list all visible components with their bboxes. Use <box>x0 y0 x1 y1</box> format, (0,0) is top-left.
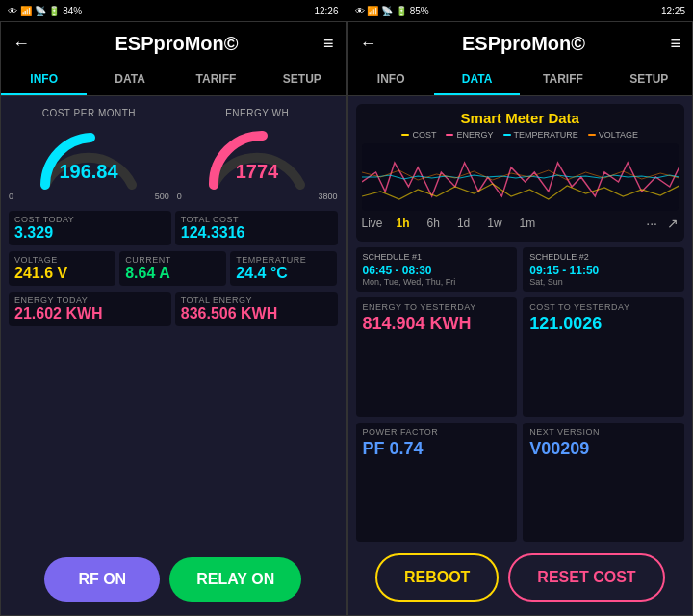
right-app-title: ESPproMon© <box>462 33 585 55</box>
voltage-cell: VOLTAGE 241.6 V <box>9 251 116 286</box>
gauge2-range: 0 3800 <box>177 192 338 201</box>
time-1d-button[interactable]: 1d <box>453 215 474 232</box>
tab-data-left[interactable]: DATA <box>87 64 172 95</box>
current-label: CURRENT <box>125 255 220 265</box>
current-value: 8.64 A <box>125 265 220 282</box>
battery-percent-right: 85% <box>410 6 429 16</box>
tab-tariff-right[interactable]: TARIFF <box>520 64 605 95</box>
legend-energy: ENERGY <box>446 130 493 140</box>
schedule2-days: Sat, Sun <box>529 277 678 287</box>
dual-status-bar: 👁 📶 📡 🔋 84% 12:26 👁 📶 📡 🔋 85% 12:25 <box>0 0 693 21</box>
status-icons-left: 👁 📶 📡 🔋 84% <box>8 6 82 16</box>
schedule1-title: SCHEDULE #1 <box>363 252 511 262</box>
total-energy-cell: TOTAL ENERGY 836.506 KWH <box>175 292 338 326</box>
energy-today-value: 21.602 KWH <box>14 305 166 322</box>
power-factor-cell: POWER FACTOR PF 0.74 <box>356 423 518 542</box>
svg-text:1774: 1774 <box>236 161 279 182</box>
cost-yesterday-cell: COST TO YESTERDAY 121.0026 <box>523 297 684 417</box>
gauge2-svg: 1774 <box>204 122 310 190</box>
reboot-button[interactable]: REBOOT <box>375 553 499 602</box>
eye-icon-r: 👁 <box>355 6 365 16</box>
time-1w-button[interactable]: 1w <box>483 215 505 232</box>
energy-yesterday-value: 814.904 KWH <box>363 314 511 334</box>
legend-voltage-label: VOLTAGE <box>599 130 638 140</box>
chart-section: Smart Meter Data COST ENERGY TEMPERATURE <box>356 104 685 242</box>
rf-on-button[interactable]: RF ON <box>44 557 160 602</box>
right-tabs: INFO DATA TARIFF SETUP <box>348 64 693 96</box>
total-energy-label: TOTAL ENERGY <box>181 295 332 305</box>
voltage-value: 241.6 V <box>14 265 110 282</box>
schedule1-time: 06:45 - 08:30 <box>363 264 511 277</box>
data-grid: ENERGY TO YESTERDAY 814.904 KWH COST TO … <box>356 297 685 542</box>
left-panel: ← ESPproMon© ≡ INFO DATA TARIFF SETUP CO… <box>0 21 346 616</box>
status-icons-right: 👁 📶 📡 🔋 85% <box>355 6 429 16</box>
wifi-icon: 📶 <box>20 6 32 16</box>
gauge-energy-wh: ENERGY WH 1774 0 3800 <box>177 108 338 201</box>
temperature-cell: TEMPERATURE 24.4 °C <box>230 251 337 286</box>
left-back-button[interactable]: ← <box>13 34 30 54</box>
more-options-button[interactable]: ··· <box>646 216 657 231</box>
time-6h-button[interactable]: 6h <box>424 215 444 232</box>
left-btn-row: RF ON RELAY ON <box>9 552 338 607</box>
energy-row: ENERGY TODAY 21.602 KWH TOTAL ENERGY 836… <box>9 292 338 326</box>
legend-cost: COST <box>401 130 436 140</box>
reset-cost-button[interactable]: RESET COST <box>508 553 664 602</box>
total-energy-value: 836.506 KWH <box>181 305 332 322</box>
cost-yesterday-value: 121.0026 <box>529 314 678 334</box>
cost-today-label: COST TODAY <box>14 215 166 224</box>
tab-data-right[interactable]: DATA <box>434 64 520 95</box>
status-bar-left: 👁 📶 📡 🔋 84% 12:26 <box>0 0 347 21</box>
gauge1-svg: 196.84 <box>36 122 141 190</box>
legend-temperature: TEMPERATURE <box>503 130 578 140</box>
total-cost-cell: TOTAL COST 124.3316 <box>175 211 338 245</box>
time-1m-button[interactable]: 1m <box>516 215 540 232</box>
right-app-header: ← ESPproMon© ≡ <box>348 22 693 64</box>
next-version-label: NEXT VERSION <box>529 427 678 437</box>
time-right: 12:25 <box>661 6 685 16</box>
chart-title: Smart Meter Data <box>362 110 680 126</box>
right-menu-button[interactable]: ≡ <box>670 34 680 54</box>
time-live-label: Live <box>362 217 383 230</box>
tab-info-right[interactable]: INFO <box>348 64 434 95</box>
status-bar-right: 👁 📶 📡 🔋 85% 12:25 <box>347 0 694 21</box>
energy-yesterday-label: ENERGY TO YESTERDAY <box>363 302 511 312</box>
left-menu-button[interactable]: ≡ <box>323 34 334 54</box>
tab-tariff-left[interactable]: TARIFF <box>173 64 259 95</box>
gauge2-max: 3800 <box>318 192 337 201</box>
gauge1-range: 0 500 <box>9 192 169 201</box>
eye-icon: 👁 <box>8 6 17 16</box>
current-cell: CURRENT 8.64 A <box>119 251 226 286</box>
left-panel-content: COST PER MONTH 196.84 0 500 ENE <box>1 96 346 615</box>
wifi-icon-r: 📶 <box>367 6 378 16</box>
cost-metrics: COST TODAY 3.329 TOTAL COST 124.3316 <box>9 211 338 245</box>
energy-today-label: ENERGY TODAY <box>14 295 166 305</box>
time-controls: Live 1h 6h 1d 1w 1m ··· ↗ <box>362 211 680 236</box>
export-button[interactable]: ↗ <box>667 216 679 231</box>
total-cost-value: 124.3316 <box>181 224 332 242</box>
gauge2-label: ENERGY WH <box>225 108 289 118</box>
tab-setup-left[interactable]: SETUP <box>259 64 345 95</box>
schedule1-days: Mon, Tue, Wed, Thu, Fri <box>363 277 511 287</box>
left-app-title: ESPproMon© <box>115 33 238 55</box>
gauges-row: COST PER MONTH 196.84 0 500 ENE <box>9 104 338 205</box>
time-1h-button[interactable]: 1h <box>393 215 414 232</box>
battery-icon: 🔋 <box>48 6 60 16</box>
right-btn-row: REBOOT RESET COST <box>356 548 685 607</box>
tab-info-left[interactable]: INFO <box>1 64 87 95</box>
svg-text:196.84: 196.84 <box>60 161 119 182</box>
temperature-label: TEMPERATURE <box>236 255 331 265</box>
cost-today-cell: COST TODAY 3.329 <box>9 211 171 245</box>
legend-energy-label: ENERGY <box>456 130 493 140</box>
right-back-button[interactable]: ← <box>360 34 377 54</box>
energy-today-cell: ENERGY TODAY 21.602 KWH <box>9 292 171 326</box>
chart-canvas <box>362 143 680 211</box>
gauge1-max: 500 <box>155 192 169 201</box>
main-panels: ← ESPproMon© ≡ INFO DATA TARIFF SETUP CO… <box>0 21 693 616</box>
relay-on-button[interactable]: RELAY ON <box>169 557 301 602</box>
left-app-header: ← ESPproMon© ≡ <box>1 22 346 64</box>
legend-cost-label: COST <box>412 130 436 140</box>
power-factor-label: POWER FACTOR <box>363 427 511 437</box>
cost-yesterday-label: COST TO YESTERDAY <box>529 302 678 312</box>
signal-icon: 📡 <box>35 6 46 16</box>
tab-setup-right[interactable]: SETUP <box>606 64 692 95</box>
